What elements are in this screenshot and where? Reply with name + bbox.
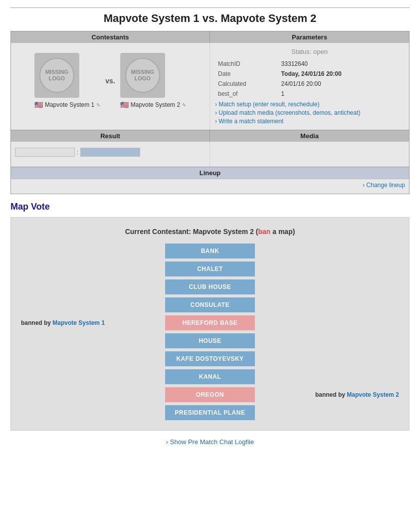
status-text: Status: open <box>215 48 404 55</box>
date-label: Date <box>216 69 278 78</box>
match-setup-link[interactable]: Match setup (enter result, reschedule) <box>215 101 404 108</box>
map-row: KAFE DOSTOYEVSKY <box>21 351 399 366</box>
team2-name: Mapvote System 2 <box>131 101 180 108</box>
result-dots: : <box>77 149 78 156</box>
map-button-chalet[interactable]: CHALET <box>165 261 255 276</box>
banned-by-label: banned by Mapvote System 1 <box>21 319 105 326</box>
bestof-value: 1 <box>279 89 403 98</box>
matchid-label: MatchID <box>216 59 278 68</box>
current-contestant-text: Current Contestant: Mapvote System 2 (ba… <box>21 228 399 236</box>
team1-name: Mapvote System 1 <box>45 101 94 108</box>
team2-edit-icon: ✎ <box>182 102 186 108</box>
change-lineup-link[interactable]: Change lineup <box>363 182 405 189</box>
parameters-header: Parameters <box>210 31 409 43</box>
map-row: BANK <box>21 244 399 258</box>
map-row: OREGONbanned by Mapvote System 2 <box>21 387 399 402</box>
map-row: HEREFORD BASEbanned by Mapvote System 1 <box>21 315 399 330</box>
map-button-consulate[interactable]: CONSULATE <box>165 297 255 312</box>
map-button-hereford-base: HEREFORD BASE <box>165 315 255 330</box>
map-row: CHALET <box>21 261 399 276</box>
team1-edit-icon: ✎ <box>96 102 100 108</box>
team2-flag: 🇺🇸 <box>120 101 129 109</box>
lineup-header: Lineup <box>200 169 221 177</box>
contestants-header: Contestants <box>11 31 210 43</box>
page-title: Mapvote System 1 vs. Mapvote System 2 <box>10 12 410 25</box>
upload-media-link[interactable]: Upload match media (screenshots, demos, … <box>215 109 404 116</box>
calculated-label: Calculated <box>216 79 278 88</box>
mapvote-title: Map Vote <box>10 202 410 212</box>
current-contestant-prefix: Current Contestant: Mapvote System 2 ( <box>125 228 258 236</box>
date-value: Today, 24/01/16 20:00 <box>279 69 403 78</box>
team2-logo: MISSING LOGO <box>125 58 160 93</box>
match-statement-link[interactable]: Write a match statement <box>215 118 404 125</box>
map-button-club-house[interactable]: CLUB HOUSE <box>165 279 255 294</box>
map-row: KANAL <box>21 369 399 384</box>
map-button-presidential-plane[interactable]: PRESIDENTIAL PLANE <box>165 405 255 420</box>
pre-match-chat-link[interactable]: Show Pre Match Chat Logfile <box>166 438 254 446</box>
map-button-house[interactable]: HOUSE <box>165 333 255 348</box>
map-button-oregon: OREGON <box>165 387 255 402</box>
banned-by-label: banned by Mapvote System 2 <box>315 391 399 398</box>
map-row: CLUB HOUSE <box>21 279 399 294</box>
current-contestant-suffix: a map) <box>270 228 295 236</box>
map-row: CONSULATE <box>21 297 399 312</box>
map-button-kafe-dostoyevsky[interactable]: KAFE DOSTOYEVSKY <box>165 351 255 366</box>
vs-label: vs. <box>105 77 115 85</box>
team1-logo: MISSING LOGO <box>39 58 74 93</box>
map-button-kanal[interactable]: KANAL <box>165 369 255 384</box>
calculated-value: 24/01/16 20:00 <box>279 79 403 88</box>
ban-word: ban <box>258 228 270 236</box>
team1-flag: 🇺🇸 <box>34 101 43 109</box>
bestof-label: best_of <box>216 89 278 98</box>
map-row: PRESIDENTIAL PLANE <box>21 405 399 420</box>
result-header: Result <box>11 130 210 142</box>
map-button-bank[interactable]: BANK <box>165 244 255 258</box>
matchid-value: 33312640 <box>279 59 403 68</box>
map-row: HOUSE <box>21 333 399 348</box>
media-header: Media <box>210 130 409 142</box>
